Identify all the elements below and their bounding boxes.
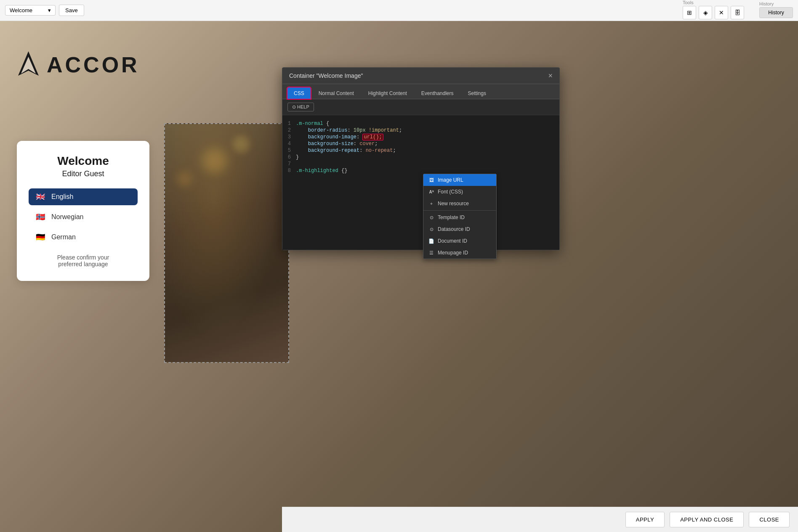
image-url-icon: 🖼 (428, 177, 434, 183)
datasource-id-icon: ⊙ (428, 227, 434, 232)
dropdown-item-image-url[interactable]: 🖼 Image URL (423, 174, 496, 186)
bottom-action-bar: APPLY APPLY AND CLOSE CLOSE (282, 507, 798, 532)
line-num-1: 1 (282, 121, 296, 127)
code-editor[interactable]: 1 .m-normal { 2 border-radius: 10px !imp… (282, 115, 559, 250)
lang-item-norwegian[interactable]: 🇳🇴 Norwegian (29, 209, 138, 225)
help-button[interactable]: ⊙ HELP (287, 103, 314, 111)
tab-normal-content[interactable]: Normal Content (312, 87, 360, 99)
close-button[interactable]: CLOSE (749, 512, 790, 527)
image-placeholder (164, 123, 289, 363)
toolbar-right: Tools ⊞ ◈ ✕ 🗄 History History (683, 2, 793, 19)
dropdown-label-new-resource: New resource (438, 201, 469, 206)
flag-english: 🇬🇧 (35, 193, 46, 201)
dropdown-label-image-url: Image URL (438, 177, 463, 183)
welcome-subtitle: Editor Guest (29, 169, 138, 178)
history-label: History (759, 1, 774, 6)
dropdown-label-datasource-id: Datasource ID (438, 226, 470, 232)
line-num-2: 2 (282, 127, 296, 133)
modal-header: Container "Welcome Image" × (282, 68, 559, 84)
dropdown-item-new-resource[interactable]: + New resource (423, 198, 496, 209)
tools-section: Tools ⊞ ◈ ✕ 🗄 (683, 6, 744, 19)
dropdown-item-menupage-id[interactable]: ☰ Menupage ID (423, 247, 496, 259)
tab-settings[interactable]: Settings (462, 87, 492, 99)
dropdown-item-font-css[interactable]: Aᵏ Font (CSS) (423, 186, 496, 198)
welcome-title: Welcome (29, 154, 138, 168)
lang-label-english: English (51, 193, 73, 201)
tool-grid-icon[interactable]: ⊞ (683, 6, 696, 19)
modal-dialog: Container "Welcome Image" × CSS Normal C… (282, 67, 560, 250)
code-line-6: 6 } (282, 154, 559, 161)
confirm-text: Please confirm yourpreferred language (29, 254, 138, 267)
dropdown-divider (423, 210, 496, 211)
page-select-chevron: ▾ (48, 7, 51, 13)
code-line-3: 3 background-image: url(); (282, 134, 559, 140)
save-button[interactable]: Save (59, 5, 84, 16)
new-resource-icon: + (428, 201, 434, 206)
apply-close-button[interactable]: APPLY AND CLOSE (670, 512, 744, 527)
line-num-4: 4 (282, 141, 296, 147)
page-select-label: Welcome (10, 7, 32, 13)
tool-layers-icon[interactable]: ◈ (699, 6, 712, 19)
page-select[interactable]: Welcome ▾ (5, 5, 56, 16)
modal-tabs: CSS Normal Content Highlight Content Eve… (282, 84, 559, 99)
code-line-4: 4 background-size: cover; (282, 140, 559, 147)
menupage-id-icon: ☰ (428, 250, 434, 256)
flag-german: 🇩🇪 (35, 233, 46, 241)
dropdown-label-menupage-id: Menupage ID (438, 250, 468, 256)
line-num-8: 8 (282, 168, 296, 174)
dropdown-item-datasource-id[interactable]: ⊙ Datasource ID (423, 223, 496, 235)
line-num-5: 5 (282, 148, 296, 154)
tab-highlight-content[interactable]: Highlight Content (362, 87, 413, 99)
top-toolbar: Welcome ▾ Save Tools ⊞ ◈ ✕ 🗄 History His… (0, 0, 798, 21)
template-id-icon: ⊙ (428, 215, 434, 220)
code-line-2: 2 border-radius: 10px !important; (282, 127, 559, 134)
dropdown-label-document-id: Document ID (438, 238, 467, 244)
dropdown-label-font-css: Font (CSS) (438, 189, 463, 195)
code-line-1: 1 .m-normal { (282, 120, 559, 127)
tab-css[interactable]: CSS (287, 87, 311, 99)
document-id-icon: 📄 (428, 238, 434, 244)
lang-label-german: German (51, 233, 76, 241)
code-line-5: 5 background-repeat: no-repeat; (282, 147, 559, 154)
tab-eventhandlers[interactable]: Eventhandlers (415, 87, 460, 99)
flag-norwegian: 🇳🇴 (35, 213, 46, 221)
lang-item-english[interactable]: 🇬🇧 English (29, 188, 138, 205)
accor-logo-text: ACCOR (47, 52, 140, 77)
dropdown-label-template-id: Template ID (438, 214, 465, 220)
dropdown-item-document-id[interactable]: 📄 Document ID (423, 235, 496, 247)
tool-database-icon[interactable]: 🗄 (731, 6, 744, 19)
line-num-6: 6 (282, 154, 296, 160)
apply-button[interactable]: APPLY (625, 512, 665, 527)
tools-label: Tools (683, 0, 694, 5)
modal-close-button[interactable]: × (548, 72, 553, 79)
dropdown-item-template-id[interactable]: ⊙ Template ID (423, 212, 496, 223)
canvas-area: ACCOR Welcome Editor Guest 🇬🇧 English 🇳🇴… (0, 21, 798, 532)
help-row: ⊙ HELP (282, 99, 559, 115)
bokeh-1 (202, 148, 227, 173)
accor-logo-icon (17, 50, 40, 79)
line-num-3: 3 (282, 134, 296, 140)
line-num-7: 7 (282, 161, 296, 167)
welcome-card: Welcome Editor Guest 🇬🇧 English 🇳🇴 Norwe… (17, 141, 149, 281)
lang-item-german[interactable]: 🇩🇪 German (29, 229, 138, 246)
tool-settings-icon[interactable]: ✕ (715, 6, 728, 19)
history-button[interactable]: History (759, 7, 793, 18)
accor-logo-area: ACCOR (17, 50, 140, 79)
code-line-8: 8 .m-highlighted {} (282, 167, 559, 174)
code-line-7: 7 (282, 161, 559, 167)
dropdown-popup: 🖼 Image URL Aᵏ Font (CSS) + New resource… (423, 174, 497, 259)
font-css-icon: Aᵏ (428, 190, 434, 194)
modal-title: Container "Welcome Image" (289, 72, 363, 79)
history-section: History History (759, 7, 793, 18)
lang-label-norwegian: Norwegian (51, 213, 83, 221)
